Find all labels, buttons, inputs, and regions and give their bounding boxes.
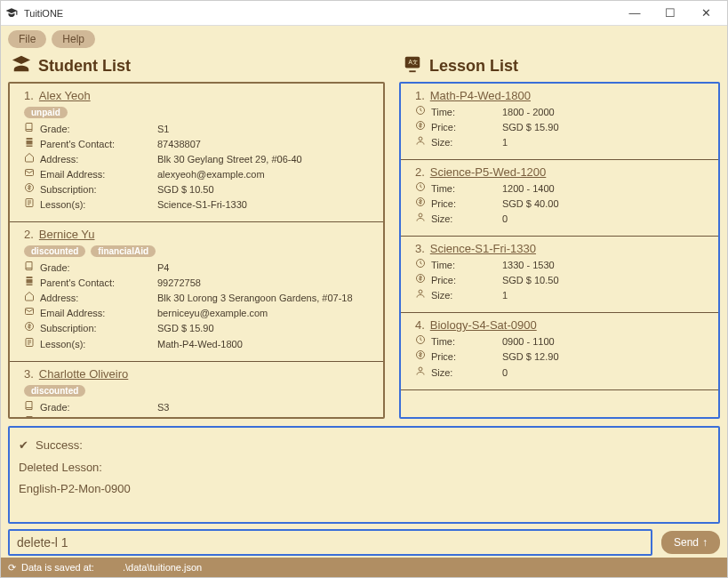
- svg-point-16: [419, 213, 422, 217]
- time-value: 0900 - 1100: [502, 334, 709, 349]
- lesson-list-scroll[interactable]: 1. Math-P4-Wed-1800 Time:1800 - 2000 Pri…: [401, 84, 718, 417]
- time-value: 1200 - 1400: [502, 181, 709, 197]
- status-heading: Success:: [36, 435, 83, 457]
- time-label: Time:: [431, 334, 502, 349]
- grade-value: S1: [157, 122, 374, 137]
- dollar-icon: [415, 197, 431, 212]
- size-value: 1: [502, 288, 709, 303]
- statusbar: ⟳ Data is saved at: .\data\tuitione.json: [1, 558, 727, 577]
- close-button[interactable]: ✕: [688, 2, 724, 25]
- minimize-button[interactable]: —: [617, 2, 652, 25]
- lesson-card[interactable]: 2. Science-P5-Wed-1200 Time:1200 - 1400 …: [401, 160, 718, 237]
- dollar-icon: [415, 273, 431, 288]
- price-value: SGD $ 40.00: [502, 197, 709, 212]
- address-value: Blk 30 Lorong 3 Serangoon Gardens, #07-1…: [157, 291, 374, 306]
- send-button-label: Send: [674, 536, 699, 549]
- user-icon: [415, 212, 431, 227]
- parent-contact-value: 99272758: [157, 276, 374, 291]
- svg-point-13: [419, 137, 422, 140]
- student-list-scroll[interactable]: 1. Alex Yeoh unpaid Grade:S1 Parent's Co…: [10, 84, 383, 417]
- user-icon: [415, 288, 431, 303]
- lesson-list-panel: 1. Math-P4-Wed-1800 Time:1800 - 2000 Pri…: [399, 82, 720, 419]
- address-label: Address:: [40, 152, 157, 167]
- maximize-button[interactable]: ☐: [652, 2, 688, 25]
- clock-icon: [415, 334, 431, 349]
- svg-point-19: [419, 290, 422, 293]
- address-value: Blk 30 Geylang Street 29, #06-40: [157, 152, 374, 167]
- price-value: SGD $ 10.50: [502, 273, 709, 288]
- student-card[interactable]: 3. Charlotte Oliveiro discounted Grade:S…: [10, 362, 383, 417]
- send-button[interactable]: Send ↑: [661, 531, 720, 554]
- mail-icon: [24, 306, 40, 321]
- user-icon: [415, 365, 431, 381]
- subscription-label: Subscription:: [40, 321, 157, 336]
- time-label: Time:: [431, 258, 502, 273]
- student-card[interactable]: 2. Bernice Yu discountedfinancialAid Gra…: [10, 222, 383, 361]
- lessons-label: Lesson(s):: [40, 197, 157, 213]
- email-value: alexyeoh@example.com: [157, 167, 374, 182]
- lesson-list-title: Lesson List: [429, 57, 518, 76]
- lesson-index: 2.: [415, 165, 425, 179]
- lesson-card[interactable]: 3. Science-S1-Fri-1330 Time:1330 - 1530 …: [401, 237, 718, 313]
- status-line-2: English-P2-Mon-0900: [19, 478, 709, 501]
- student-tag: discounted: [24, 385, 85, 397]
- subscription-label: Subscription:: [40, 182, 157, 197]
- clock-icon: [415, 258, 431, 273]
- app-title: TuitiONE: [24, 8, 617, 19]
- address-label: Address:: [40, 291, 157, 306]
- parent-contact-value: 87438807: [157, 137, 374, 152]
- subscription-value: SGD $ 15.90: [157, 321, 374, 336]
- lesson-card[interactable]: 1. Math-P4-Wed-1800 Time:1800 - 2000 Pri…: [401, 84, 718, 160]
- subscription-value: SGD $ 10.50: [157, 182, 374, 197]
- grade-value: S3: [157, 400, 374, 415]
- parent-contact-value: 93210283: [157, 415, 374, 417]
- lesson-name: Math-P4-Wed-1800: [430, 89, 531, 102]
- student-index: 3.: [24, 367, 34, 381]
- dollar-icon: [415, 349, 431, 365]
- lesson-list-header: A文 Lesson List: [399, 52, 720, 82]
- command-row: Send ↑: [8, 529, 720, 556]
- statusbar-path: .\data\tuitione.json: [123, 562, 202, 573]
- student-icon: [12, 54, 31, 78]
- menu-file[interactable]: File: [8, 30, 46, 48]
- grade-value: P4: [157, 261, 374, 276]
- svg-point-22: [419, 367, 422, 371]
- student-name: Charlotte Oliveiro: [39, 367, 128, 381]
- phone-icon: [24, 137, 40, 152]
- student-index: 1.: [24, 89, 34, 102]
- status-line-1: Deleted Lesson:: [19, 457, 709, 479]
- student-name: Alex Yeoh: [39, 89, 91, 102]
- dollar-icon: [24, 182, 40, 197]
- lesson-card[interactable]: 4. Biology-S4-Sat-0900 Time:0900 - 1100 …: [401, 313, 718, 389]
- book-icon: [24, 122, 40, 137]
- home-icon: [24, 152, 40, 167]
- email-label: Email Address:: [40, 167, 157, 182]
- footer: ✔ Success: Deleted Lesson: English-P2-Mo…: [1, 422, 727, 558]
- student-card[interactable]: 1. Alex Yeoh unpaid Grade:S1 Parent's Co…: [10, 84, 383, 222]
- clock-icon: [415, 105, 431, 120]
- price-label: Price:: [431, 120, 502, 135]
- lesson-name: Science-S1-Fri-1330: [430, 242, 536, 255]
- lesson-index: 1.: [415, 89, 425, 102]
- main-content: Student List 1. Alex Yeoh unpaid Grade:S…: [1, 52, 727, 422]
- lesson-icon: A文: [403, 54, 422, 78]
- time-value: 1800 - 2000: [502, 105, 709, 120]
- statusbar-label: Data is saved at:: [21, 562, 94, 573]
- dollar-icon: [24, 321, 40, 336]
- command-input[interactable]: [8, 529, 652, 556]
- time-value: 1330 - 1530: [502, 258, 709, 273]
- user-icon: [415, 135, 431, 150]
- grade-label: Grade:: [40, 400, 157, 415]
- lesson-name: Science-P5-Wed-1200: [430, 165, 547, 179]
- lesson-index: 3.: [415, 242, 425, 255]
- menu-help[interactable]: Help: [52, 30, 95, 48]
- student-list-header: Student List: [8, 52, 385, 82]
- student-tags: discounted: [24, 385, 374, 397]
- lesson-name: Biology-S4-Sat-0900: [430, 318, 537, 332]
- size-value: 0: [502, 212, 709, 227]
- time-label: Time:: [431, 105, 502, 120]
- student-list-title: Student List: [38, 57, 131, 76]
- size-label: Size:: [431, 135, 502, 150]
- student-tags: unpaid: [24, 107, 374, 118]
- lessons-value: Science-S1-Fri-1330: [157, 197, 374, 213]
